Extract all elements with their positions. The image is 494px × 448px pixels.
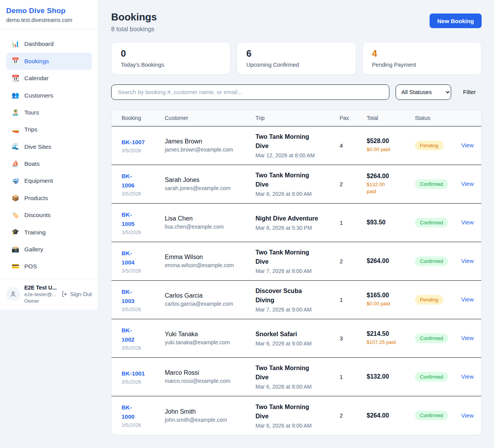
pax-cell: 1 [340,374,367,380]
sidebar-item-pos[interactable]: 💳 POS [6,258,92,275]
customer-name: Carlos Garcia [165,292,255,299]
customer-name: James Brown [165,138,255,145]
main-content: Bookings 8 total bookings New Booking 0 … [98,0,494,447]
sidebar-item-products[interactable]: 📦 Products [6,190,92,207]
booking-date: 3/5/2026 [122,148,165,153]
status-cell: Confirmed [415,333,461,343]
paid-amount: $132.00 paid [367,181,390,196]
booking-id-link[interactable]: BK-1005 [122,210,138,229]
graduation-cap-icon: 🎓 [12,228,19,236]
sidebar-item-tours[interactable]: 🏝️ Tours [6,104,92,121]
sidebar-item-gallery[interactable]: 📸 Gallery [6,241,92,258]
paid-amount: $0.00 paid [367,146,415,153]
status-cell: Pending [415,141,461,150]
sidebar-item-training[interactable]: 🎓 Training [6,224,92,241]
customer-cell: Marco Rossi marco.rossi@example.com [165,369,255,384]
booking-id-link[interactable]: BK-1001 [122,369,145,378]
user-avatar [6,287,20,301]
sign-out-button[interactable]: Sign Out [61,291,92,297]
booking-id-link[interactable]: BK-1003 [122,287,138,306]
status-filter-select[interactable]: All Statuses [396,84,451,100]
total-amount: $93.50 [367,219,415,226]
search-input[interactable] [111,84,389,100]
total-cell: $264.00 $132.00 paid [367,173,415,196]
sidebar-item-dive-sites[interactable]: 🌊 Dive Sites [6,138,92,155]
island-icon: 🏝️ [12,108,19,117]
sidebar-item-customers[interactable]: 👥 Customers [6,87,92,104]
table-row: BK-1000 3/5/2026 John Smith john.smith@e… [112,396,481,435]
sidebar-item-equipment[interactable]: 🤿 Equipment [6,172,92,189]
filter-button[interactable]: Filter [457,89,482,95]
customer-email: sarah.jones@example.com [165,185,255,191]
user-info: E2E Test U... e2e-tester@... Owner [24,285,57,304]
view-link[interactable]: View [461,412,474,419]
trip-datetime: Mar 6, 2026 at 8:00 AM [255,423,340,429]
customer-name: Emma Wilson [165,254,255,261]
view-link[interactable]: View [461,258,474,264]
sidebar-item-dashboard[interactable]: 📊 Dashboard [6,35,92,52]
pax-cell: 4 [340,142,367,149]
column-header-trip: Trip [255,115,340,121]
sidebar-item-discounts[interactable]: 🏷️ Discounts [6,207,92,224]
trip-cell: Two Tank Morning Dive Mar 8, 2026 at 8:0… [255,171,340,197]
booking-id-link[interactable]: BK-1000 [122,403,138,421]
sign-out-label: Sign Out [70,291,92,297]
view-link[interactable]: View [461,335,474,341]
page-title: Bookings [111,12,157,23]
trip-name: Two Tank Morning Dive [255,364,322,382]
page-header: Bookings 8 total bookings New Booking [111,12,482,33]
booking-id-link[interactable]: BK-1002 [122,326,138,344]
view-cell: View [461,258,475,264]
camera-icon: 📸 [12,245,19,254]
sidebar-item-calendar[interactable]: 📆 Calendar [6,70,92,87]
speedboat-icon: 🚤 [12,125,19,134]
pax-cell: 1 [340,296,367,303]
booking-cell: BK-1003 3/5/2026 [122,287,165,312]
booking-cell: BK-1004 3/5/2026 [122,249,165,274]
status-badge: Confirmed [415,372,448,382]
view-link[interactable]: View [461,180,474,187]
new-booking-button[interactable]: New Booking [430,13,482,28]
booking-id-link[interactable]: BK-1004 [122,249,138,267]
view-link[interactable]: View [461,219,474,226]
customer-cell: Lisa Chen lisa.chen@example.com [165,215,255,230]
table-row: BK-1002 3/5/2026 Yuki Tanaka yuki.tanaka… [112,319,481,358]
user-email: e2e-tester@... [24,291,57,297]
pax-cell: 3 [340,335,367,342]
sidebar-item-trips[interactable]: 🚤 Trips [6,121,92,138]
user-role: Owner [24,298,57,304]
customer-name: Lisa Chen [165,215,255,222]
trip-name: Two Tank Morning Dive [255,132,322,151]
view-link[interactable]: View [461,296,474,303]
trip-datetime: Mar 8, 2026 at 5:30 PM [255,225,340,231]
package-icon: 📦 [12,194,19,202]
view-link[interactable]: View [461,373,474,380]
booking-date: 3/5/2026 [122,229,165,235]
trip-cell: Snorkel Safari Mar 6, 2026 at 9:00 AM [255,330,340,347]
booking-cell: BK-1005 3/5/2026 [122,210,165,235]
trip-name: Two Tank Morning Dive [255,171,322,189]
booking-id-link[interactable]: BK-1006 [122,172,138,190]
trip-name: Night Dive Adventure [255,214,322,223]
sidebar-item-boats[interactable]: ⛵ Boats [6,155,92,172]
sidebar-item-bookings[interactable]: 📅 Bookings [6,52,92,69]
customer-email: emma.wilson@example.com [165,262,255,268]
total-amount: $264.00 [367,412,415,419]
trip-cell: Two Tank Morning Dive Mar 12, 2026 at 8:… [255,132,340,158]
booking-date: 3/5/2026 [122,191,165,197]
trip-datetime: Mar 12, 2026 at 8:00 AM [255,152,340,158]
page-title-block: Bookings 8 total bookings [111,12,157,33]
view-link[interactable]: View [461,142,474,148]
pax-cell: 2 [340,181,367,187]
customer-cell: Yuki Tanaka yuki.tanaka@example.com [165,331,255,345]
trip-datetime: Mar 6, 2026 at 8:00 AM [255,384,340,390]
booking-id-link[interactable]: BK-1007 [122,138,145,147]
customer-name: Sarah Jones [165,177,255,184]
total-cell: $214.50 $107.25 paid [367,330,415,346]
total-amount: $264.00 [367,173,415,180]
total-amount: $132.00 [367,373,415,380]
status-cell: Confirmed [415,256,461,266]
status-badge: Pending [415,141,443,150]
trip-name: Two Tank Morning Dive [255,403,322,421]
customer-name: Yuki Tanaka [165,331,255,338]
